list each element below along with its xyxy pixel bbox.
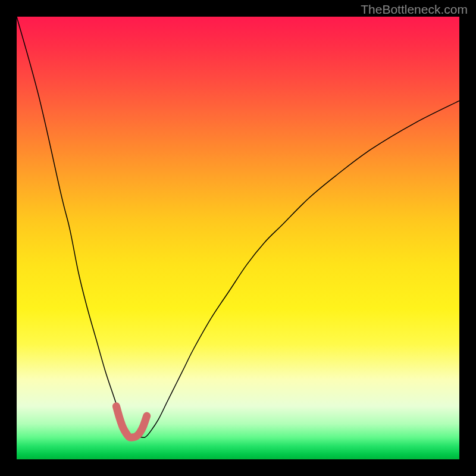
watermark-text: TheBottleneck.com <box>361 2 468 17</box>
bottleneck-curve <box>17 17 459 437</box>
optimal-range-marker <box>116 406 146 438</box>
chart-svg <box>17 17 459 459</box>
